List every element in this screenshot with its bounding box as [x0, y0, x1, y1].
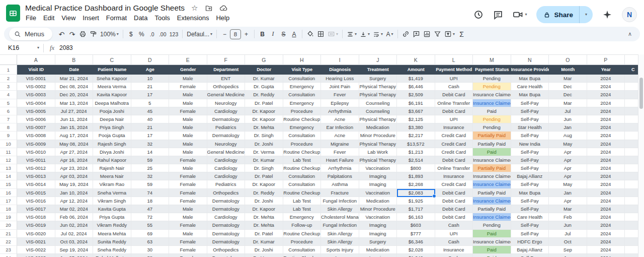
- cell[interactable]: Emergency: [283, 213, 321, 221]
- row-number[interactable]: 16: [0, 189, 17, 197]
- cell[interactable]: 32: [131, 172, 170, 180]
- cell[interactable]: Self-Pay: [511, 156, 549, 164]
- cell[interactable]: Sneha Verma: [93, 189, 131, 197]
- cell[interactable]: 14: [131, 148, 170, 156]
- document-title[interactable]: Medical Practice Dashboard in Google She…: [25, 4, 185, 13]
- cell[interactable]: May 19, 2024: [55, 180, 94, 188]
- cell[interactable]: $6,191: [397, 99, 435, 107]
- cell[interactable]: Sneha Reddy: [93, 246, 131, 254]
- font-select[interactable]: Defaul... ▾: [185, 28, 214, 40]
- cell[interactable]: Ear Infection: [321, 123, 359, 132]
- cell[interactable]: Debit Card: [435, 91, 473, 99]
- cell[interactable]: Cash: [435, 254, 473, 257]
- cell[interactable]: Vikram Reddy: [93, 221, 131, 229]
- cell[interactable]: $6,346: [397, 238, 435, 246]
- cell[interactable]: $2,217: [397, 132, 435, 140]
- cell[interactable]: Insurance Claimed: [473, 180, 511, 188]
- cell[interactable]: Female: [169, 246, 207, 254]
- menu-extensions[interactable]: Extensions: [174, 13, 213, 23]
- cell[interactable]: Dr. Verma: [245, 254, 283, 257]
- cell[interactable]: VIS-0019: [17, 221, 55, 229]
- cell[interactable]: Partially Paid: [473, 140, 511, 148]
- row-number[interactable]: 4: [0, 91, 17, 99]
- cell[interactable]: 30: [131, 246, 170, 254]
- menu-file[interactable]: File: [22, 13, 40, 23]
- row-number[interactable]: 12: [0, 156, 17, 164]
- cell[interactable]: Cash: [435, 83, 473, 91]
- cell[interactable]: Dr. Kapoor: [245, 115, 283, 123]
- name-box[interactable]: K16 ▾: [0, 44, 43, 51]
- cell[interactable]: Procedure: [283, 107, 321, 115]
- cell[interactable]: New India: [511, 140, 549, 148]
- menus-search-button[interactable]: Menus: [9, 28, 52, 40]
- cell[interactable]: Skin Allergy: [321, 205, 359, 213]
- cell[interactable]: VIS-0020: [17, 230, 55, 238]
- cell[interactable]: Physical Therapy: [359, 115, 397, 123]
- header-cell[interactable]: Payment Method: [435, 65, 473, 75]
- cell[interactable]: 17: [131, 132, 170, 140]
- cell[interactable]: Aug: [549, 132, 587, 140]
- cell[interactable]: Female: [169, 254, 207, 257]
- cell[interactable]: 32: [131, 140, 170, 148]
- header-cell[interactable]: Visit Type: [283, 65, 321, 75]
- gemini-sparkle-icon[interactable]: [602, 10, 612, 20]
- cell[interactable]: VIS-0004: [17, 99, 55, 107]
- cell[interactable]: Jul: [549, 230, 587, 238]
- cell[interactable]: Partially Paid: [473, 164, 511, 172]
- create-filter-button[interactable]: [432, 28, 443, 40]
- cell[interactable]: Jan 15, 2024: [55, 123, 94, 132]
- cell[interactable]: Dec 20, 2024: [55, 91, 94, 99]
- comments-icon[interactable]: [493, 10, 503, 20]
- cell[interactable]: 2024: [587, 197, 625, 205]
- format-currency-button[interactable]: $: [126, 28, 136, 40]
- cell[interactable]: Male: [169, 132, 207, 140]
- vertical-scrollbar[interactable]: [638, 54, 644, 257]
- cell[interactable]: Routine Checkup: [283, 164, 321, 172]
- cell[interactable]: 74: [131, 189, 170, 197]
- cell[interactable]: Pending: [473, 75, 511, 83]
- cell[interactable]: 2024: [587, 172, 625, 180]
- cell[interactable]: Surgery: [359, 238, 397, 246]
- select-all-corner[interactable]: [0, 55, 17, 65]
- cell[interactable]: Mar: [549, 75, 587, 83]
- cell[interactable]: $13,572: [397, 140, 435, 148]
- cell[interactable]: Deepa Malhotra: [93, 99, 131, 107]
- cell[interactable]: Priya Singh: [93, 123, 131, 132]
- cell[interactable]: Oct 03, 2024: [55, 238, 94, 246]
- cell[interactable]: Physical Therapy: [359, 83, 397, 91]
- cell[interactable]: Debit Card: [435, 197, 473, 205]
- cell[interactable]: Self-Pay: [511, 180, 549, 188]
- cell[interactable]: Insurance Claimed: [473, 156, 511, 164]
- header-cell[interactable]: Treatment: [359, 65, 397, 75]
- cell[interactable]: Routine Checkup: [283, 230, 321, 238]
- bold-button[interactable]: B: [257, 28, 268, 40]
- cell[interactable]: Dec: [549, 91, 587, 99]
- cell[interactable]: Dr. Reddy: [245, 189, 283, 197]
- cell[interactable]: Arrhythmia: [321, 164, 359, 172]
- cell[interactable]: Insurance Claimed: [473, 238, 511, 246]
- row-number[interactable]: 18: [0, 205, 17, 213]
- cell[interactable]: VIS-0018: [17, 213, 55, 221]
- cell[interactable]: 2024: [587, 123, 625, 132]
- cell[interactable]: Dec 08, 2024: [55, 83, 94, 91]
- cell[interactable]: Meera Mehta: [93, 230, 131, 238]
- menu-insert[interactable]: Insert: [79, 13, 103, 23]
- cell[interactable]: Imaging: [359, 221, 397, 229]
- cell[interactable]: Bajaj Allianz: [511, 172, 549, 180]
- cell[interactable]: Dermatology: [207, 254, 246, 257]
- meet-presentation-control[interactable]: ▾: [513, 10, 527, 20]
- header-cell[interactable]: Month: [549, 65, 587, 75]
- cell[interactable]: Jul 27, 2024: [55, 107, 94, 115]
- cell[interactable]: Jan: [549, 189, 587, 197]
- cell[interactable]: Dr. Kumar: [245, 238, 283, 246]
- column-letter-I[interactable]: I: [321, 55, 359, 65]
- cell[interactable]: Credit Card: [435, 148, 473, 156]
- font-size-input[interactable]: 8: [230, 29, 241, 39]
- cell[interactable]: Apr 12, 2024: [55, 197, 94, 205]
- cell[interactable]: Fever: [321, 91, 359, 99]
- cell[interactable]: Dr. Singh: [245, 164, 283, 172]
- column-letter-E[interactable]: E: [169, 55, 207, 65]
- cell[interactable]: Dermatology: [207, 115, 246, 123]
- cell[interactable]: Apr 23, 2024: [55, 164, 94, 172]
- cell[interactable]: Apr 16, 2024: [55, 156, 94, 164]
